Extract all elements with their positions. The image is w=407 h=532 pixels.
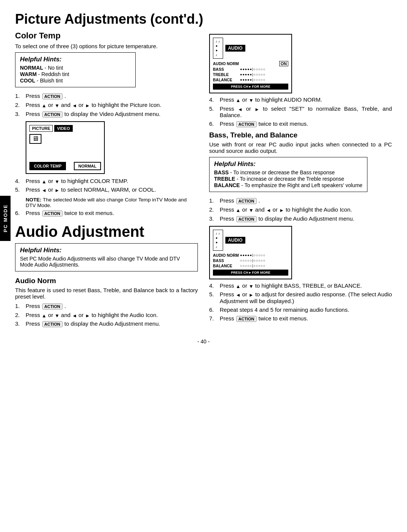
action-btn-a3: ACTION [42, 321, 63, 327]
color-temp-steps-3: 6. Press ACTION twice to exit menus. [15, 210, 198, 216]
audio-step-2: 2. Press ▲ or ▼ and ◄ or ► to highlight … [15, 312, 198, 319]
bt-step-6: 6. Repeat steps 4 and 5 for remaining au… [209, 306, 392, 313]
video-menu-screen: PICTURE VIDEO 🖥 COLOR TEMP NORMAL [26, 121, 105, 174]
normal-option: NORMAL [74, 162, 101, 170]
audio-adjustment-title: Audio Adjustment [15, 223, 198, 240]
bass-treble-hints-content: BASS - To increase or decrease the Bass … [214, 169, 363, 188]
bt-step-7: 7. Press ACTION twice to exit menus. [209, 315, 392, 322]
action-btn-bt3: ACTION [236, 216, 257, 222]
left-column: Color Temp To select one of three (3) op… [15, 31, 198, 331]
bass-treble-steps-2: 4. Press ▲ or ▼ to highlight BASS, TREBL… [209, 282, 392, 322]
color-temp-hints-box: Helpful Hints: NORMAL - No tint WARM - R… [15, 52, 136, 87]
action-btn-6: ACTION [42, 210, 63, 216]
color-temp-title: Color Temp [15, 31, 198, 41]
color-temp-note: NOTE: The selected Mode will also change… [26, 197, 198, 208]
audio-icon-box-top: ♪♪ ● ● ♪ [213, 38, 223, 59]
audio-step-3: 3. Press ACTION to display the Audio Adj… [15, 320, 198, 327]
press-bar-bottom: PRESS CH ▸ FOR MORE [213, 270, 288, 276]
bass-treble-title: Bass, Treble, and Balance [209, 131, 392, 139]
action-btn-bt7: ACTION [236, 316, 257, 322]
bt-step-3: 3. Press ACTION to display the Audio Adj… [209, 215, 392, 222]
page-number: - 40 - [15, 338, 392, 345]
pc-mode-sidebar: PC MODE [0, 196, 11, 241]
color-temp-option: COLOR TEMP [29, 162, 66, 170]
action-btn-3: ACTION [42, 111, 63, 117]
video-tab: VIDEO [54, 125, 72, 132]
color-temp-intro: To select one of three (3) options for p… [15, 43, 198, 49]
right-audio-norm-steps: 4. Press ▲ or ▼ to highlight AUDIO NORM.… [209, 96, 392, 127]
bass-treble-hints-box: Helpful Hints: BASS - To increase or dec… [209, 157, 367, 192]
step-2: 2. Press ▲ or ▼ and ◄ or ► to highlight … [15, 102, 198, 108]
bass-treble-steps: 1. Press ACTION . 2. Press ▲ or ▼ and ◄ … [209, 197, 392, 222]
audio-norm-row: AUDIO NORM ON [213, 61, 288, 66]
menu-spacer [29, 148, 101, 159]
audio-norm-desc: This feature is used to reset Bass, Treb… [15, 287, 198, 300]
audio-screen-top: ♪♪ ● ● ♪ AUDIO AUDIO NORM ON BASS ●●●●●|… [209, 34, 292, 93]
menu-header: PICTURE VIDEO [29, 125, 101, 132]
r-step-6: 6. Press ACTION twice to exit menus. [209, 120, 392, 127]
color-temp-steps: 1. Press ACTION . 2. Press ▲ or ▼ and ◄ … [15, 93, 198, 117]
audio-label-top: AUDIO [225, 45, 245, 52]
press-bar-top: PRESS CH ▸ FOR MORE [213, 84, 288, 90]
audio-step-1: 1. Press ACTION . [15, 303, 198, 309]
bt-step-4: 4. Press ▲ or ▼ to highlight BASS, TREBL… [209, 282, 392, 289]
color-temp-hints-title: Helpful Hints: [20, 56, 131, 63]
balance-row: BALANCE ●●●●●|○○○○○ [213, 78, 288, 82]
right-column: ♪♪ ● ● ♪ AUDIO AUDIO NORM ON BASS ●●●●●|… [209, 31, 392, 331]
r-step-5: 5. Press ◄ or ► to select "SET" to norma… [209, 105, 392, 119]
tv-icon: 🖥 [29, 134, 41, 144]
action-btn-bt1: ACTION [236, 198, 257, 204]
audio-screen-top-header: ♪♪ ● ● ♪ AUDIO [213, 38, 288, 59]
treble-row: TREBLE ●●●●●|○○○○○ [213, 72, 288, 77]
audio-hints-title: Helpful Hints: [20, 247, 193, 254]
audio-norm-title: Audio Norm [15, 277, 198, 285]
color-temp-steps-2: 4. Press ▲ or ▼ to highlight COLOR TEMP.… [15, 178, 198, 193]
bt-step-1: 1. Press ACTION . [209, 197, 392, 204]
bt-step-2: 2. Press ▲ or ▼ and ◄ or ► to highlight … [209, 206, 392, 213]
bass-row: BASS ●●●●●|○○○○○ [213, 67, 288, 72]
color-temp-hints-content: NORMAL - No tint WARM - Reddish tint COO… [20, 65, 131, 84]
step-6: 6. Press ACTION twice to exit menus. [15, 210, 198, 216]
picture-tab: PICTURE [29, 125, 53, 132]
step-4: 4. Press ▲ or ▼ to highlight COLOR TEMP. [15, 178, 198, 184]
audio-screen-bottom-header: ♪♪ ● ● ♪ AUDIO [213, 230, 288, 251]
menu-bottom-bar: COLOR TEMP NORMAL [29, 162, 101, 170]
bass-treble-hints-title: Helpful Hints: [214, 160, 363, 168]
step-3: 3. Press ACTION to display the Video Adj… [15, 111, 198, 117]
action-btn-a1: ACTION [42, 303, 63, 309]
r-step-4: 4. Press ▲ or ▼ to highlight AUDIO NORM. [209, 96, 392, 103]
bass-row-b: BASS ○○○○○|○○○○○ [213, 258, 288, 263]
menu-icon-area: 🖥 [29, 134, 101, 144]
audio-hints-content: Set PC Mode Audio Adjustments will also … [20, 256, 193, 268]
audio-hints-box: Helpful Hints: Set PC Mode Audio Adjustm… [15, 243, 198, 271]
bass-treble-desc: Use with front or rear PC audio input ja… [209, 141, 392, 154]
balance-row-b: BALANCE ○○○○○|○○○○○ [213, 264, 288, 268]
action-btn-r6: ACTION [236, 121, 257, 127]
page-title: Picture Adjustments (cont'd.) [15, 11, 392, 27]
audio-screen-bottom: ♪♪ ● ● ♪ AUDIO AUDIO NORM ●●●●●|○○○○○ BA… [209, 226, 292, 279]
bt-step-5: 5. Press ◄ or ► to adjust for desired au… [209, 291, 392, 304]
audio-icon-box-bottom: ♪♪ ● ● ♪ [213, 230, 223, 251]
audio-norm-row-b: AUDIO NORM ●●●●●|○○○○○ [213, 253, 288, 258]
step-5: 5. Press ◄ or ► to select NORMAL, WARM, … [15, 186, 198, 193]
audio-label-bottom: AUDIO [225, 237, 245, 244]
action-btn-1: ACTION [42, 93, 63, 99]
step-1: 1. Press ACTION . [15, 93, 198, 99]
audio-norm-steps: 1. Press ACTION . 2. Press ▲ or ▼ and ◄ … [15, 303, 198, 328]
